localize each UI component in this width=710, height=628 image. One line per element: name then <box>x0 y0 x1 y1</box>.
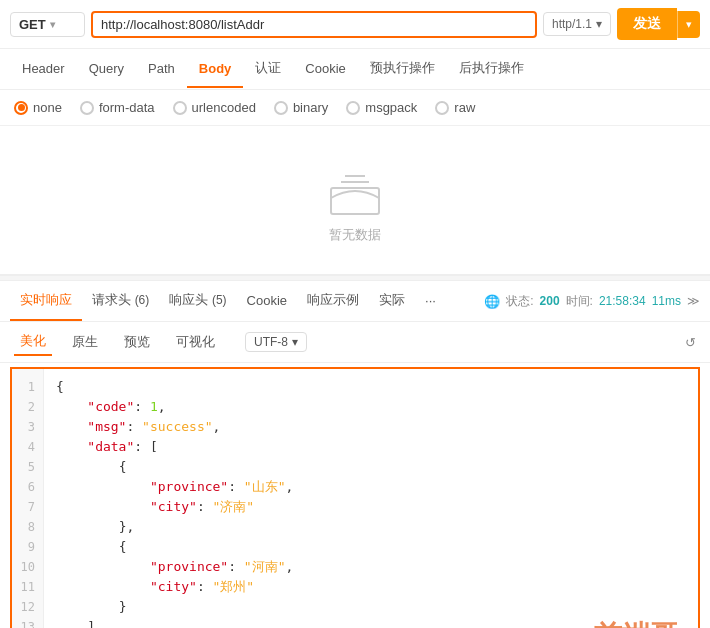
tab-auth[interactable]: 认证 <box>243 49 293 89</box>
radio-binary-circle <box>274 101 288 115</box>
line-num-12: 12 <box>12 597 43 617</box>
method-arrow-icon: ▾ <box>50 19 55 30</box>
url-input-wrap <box>91 11 537 38</box>
more-tabs-button[interactable]: ··· <box>415 283 446 320</box>
line-num-13: 13 <box>12 617 43 628</box>
send-button-group: 发送 ▾ <box>617 8 700 40</box>
radio-form-data-circle <box>80 101 94 115</box>
code-line-7: "city": "济南" <box>56 497 686 517</box>
code-line-4: "data": [ <box>56 437 686 457</box>
radio-urlencoded-circle <box>173 101 187 115</box>
radio-binary[interactable]: binary <box>274 100 328 115</box>
line-num-8: 8 <box>12 517 43 537</box>
protocol-arrow-icon: ▾ <box>596 17 602 31</box>
radio-form-data[interactable]: form-data <box>80 100 155 115</box>
line-num-11: 11 <box>12 577 43 597</box>
radio-form-data-label: form-data <box>99 100 155 115</box>
response-section: 实时响应 请求头 (6) 响应头 (5) Cookie 响应示例 实际 ··· … <box>0 281 710 628</box>
tab-path[interactable]: Path <box>136 51 187 88</box>
tab-request-headers[interactable]: 请求头 (6) <box>82 281 159 321</box>
tab-preview[interactable]: 预览 <box>118 329 156 355</box>
tab-post-action[interactable]: 后执行操作 <box>447 49 536 89</box>
line-num-3: 3 <box>12 417 43 437</box>
send-dropdown-button[interactable]: ▾ <box>677 11 700 38</box>
line-num-6: 6 <box>12 477 43 497</box>
tab-realtime-response[interactable]: 实时响应 <box>10 281 82 321</box>
code-lines: 1 2 3 4 5 6 7 8 9 10 11 12 13 14 { "code… <box>12 369 698 628</box>
code-line-3: "msg": "success", <box>56 417 686 437</box>
request-headers-badge: (6) <box>135 293 150 307</box>
line-num-7: 7 <box>12 497 43 517</box>
tab-pre-action[interactable]: 预执行操作 <box>358 49 447 89</box>
line-num-2: 2 <box>12 397 43 417</box>
code-line-13: ] <box>56 617 686 628</box>
globe-icon: 🌐 <box>484 294 500 309</box>
tab-visualize[interactable]: 可视化 <box>170 329 221 355</box>
code-line-10: "province": "河南", <box>56 557 686 577</box>
tab-header[interactable]: Header <box>10 51 77 88</box>
tab-response-headers[interactable]: 响应头 (5) <box>159 281 236 321</box>
code-line-5: { <box>56 457 686 477</box>
request-tab-nav: Header Query Path Body 认证 Cookie 预执行操作 后… <box>0 49 710 90</box>
tab-body[interactable]: Body <box>187 51 244 88</box>
line-num-5: 5 <box>12 457 43 477</box>
radio-raw-label: raw <box>454 100 475 115</box>
line-num-4: 4 <box>12 437 43 457</box>
empty-inbox-icon <box>325 166 385 216</box>
code-line-2: "code": 1, <box>56 397 686 417</box>
status-info: 🌐 状态: 200 时间: 21:58:34 11ms ≫ <box>484 293 700 310</box>
radio-none[interactable]: none <box>14 100 62 115</box>
empty-text: 暂无数据 <box>329 226 381 244</box>
duration-value: 11ms <box>652 294 681 308</box>
code-line-1: { <box>56 377 686 397</box>
protocol-label: http/1.1 <box>552 17 592 31</box>
method-label: GET <box>19 17 46 32</box>
code-content-area[interactable]: { "code": 1, "msg": "success", "data": [… <box>44 369 698 628</box>
scroll-indicator: ≫ <box>687 294 700 308</box>
code-line-9: { <box>56 537 686 557</box>
radio-none-circle <box>14 101 28 115</box>
beautify-toolbar: 美化 原生 预览 可视化 UTF-8 ▾ ↺ <box>0 322 710 363</box>
url-input[interactable] <box>101 17 527 32</box>
tab-raw-view[interactable]: 原生 <box>66 329 104 355</box>
tab-response-example[interactable]: 响应示例 <box>297 281 369 321</box>
tab-query[interactable]: Query <box>77 51 136 88</box>
radio-urlencoded[interactable]: urlencoded <box>173 100 256 115</box>
line-num-9: 9 <box>12 537 43 557</box>
radio-msgpack[interactable]: msgpack <box>346 100 417 115</box>
code-line-11: "city": "郑州" <box>56 577 686 597</box>
tab-actual[interactable]: 实际 <box>369 281 415 321</box>
status-label: 状态: <box>506 293 533 310</box>
radio-raw-circle <box>435 101 449 115</box>
empty-state: 暂无数据 <box>0 126 710 275</box>
encoding-arrow-icon: ▾ <box>292 335 298 349</box>
response-headers-badge: (5) <box>212 293 227 307</box>
line-num-1: 1 <box>12 377 43 397</box>
tab-cookie[interactable]: Cookie <box>293 51 357 88</box>
send-button[interactable]: 发送 <box>617 8 677 40</box>
code-line-8: }, <box>56 517 686 537</box>
line-numbers: 1 2 3 4 5 6 7 8 9 10 11 12 13 14 <box>12 369 44 628</box>
radio-none-label: none <box>33 100 62 115</box>
tab-response-cookie[interactable]: Cookie <box>237 283 297 320</box>
method-select[interactable]: GET ▾ <box>10 12 85 37</box>
encoding-select[interactable]: UTF-8 ▾ <box>245 332 307 352</box>
request-bar: GET ▾ http/1.1 ▾ 发送 ▾ <box>0 0 710 49</box>
radio-urlencoded-label: urlencoded <box>192 100 256 115</box>
radio-msgpack-circle <box>346 101 360 115</box>
code-line-12: } <box>56 597 686 617</box>
body-type-row: none form-data urlencoded binary msgpack… <box>0 90 710 126</box>
code-view: 1 2 3 4 5 6 7 8 9 10 11 12 13 14 { "code… <box>10 367 700 628</box>
encoding-label: UTF-8 <box>254 335 288 349</box>
radio-binary-label: binary <box>293 100 328 115</box>
line-num-10: 10 <box>12 557 43 577</box>
protocol-select[interactable]: http/1.1 ▾ <box>543 12 611 36</box>
time-value: 21:58:34 <box>599 294 646 308</box>
status-code: 200 <box>540 294 560 308</box>
tab-beautify[interactable]: 美化 <box>14 328 52 356</box>
radio-raw[interactable]: raw <box>435 100 475 115</box>
radio-msgpack-label: msgpack <box>365 100 417 115</box>
time-label: 时间: <box>566 293 593 310</box>
refresh-icon[interactable]: ↺ <box>685 335 696 350</box>
response-tab-nav: 实时响应 请求头 (6) 响应头 (5) Cookie 响应示例 实际 ··· … <box>0 281 710 322</box>
